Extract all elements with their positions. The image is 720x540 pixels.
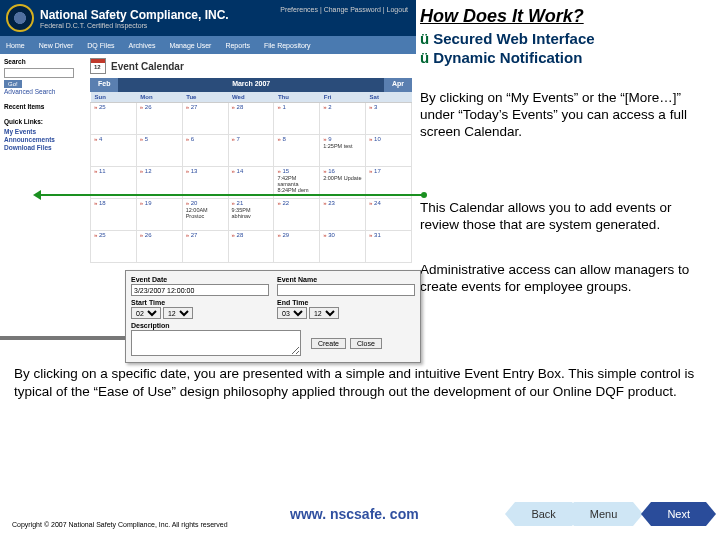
calendar-cell[interactable]: » 29 [274, 231, 320, 263]
header-links[interactable]: Preferences | Change Password | Logout [280, 6, 408, 13]
event-name-input[interactable] [277, 284, 415, 296]
calendar-cell[interactable]: » 3 [366, 103, 412, 135]
seal-icon [6, 4, 34, 32]
calendar-cell[interactable]: » 30 [320, 231, 366, 263]
menu-button[interactable]: Menu [574, 502, 634, 526]
calendar-cell[interactable]: » 7 [228, 135, 274, 167]
pointer-arrow [36, 194, 424, 196]
day-header: Fri [320, 92, 366, 103]
nav-reports[interactable]: Reports [225, 42, 250, 49]
calendar-panel: 12 Event Calendar Feb March 2007 Apr Sun… [90, 58, 412, 263]
bullet-list: üSecured Web Interface üDynamic Notifica… [420, 30, 595, 68]
calendar-cell[interactable]: » 27 [182, 231, 228, 263]
sidebar-item-download-files[interactable]: Download Files [4, 144, 82, 151]
app-header: National Safety Compliance, INC. Federal… [0, 0, 416, 36]
description-label: Description [131, 322, 415, 329]
calendar-cell[interactable]: » 22 [274, 199, 320, 231]
next-month[interactable]: Apr [384, 78, 412, 92]
start-ampm-select[interactable]: 12 [163, 307, 193, 319]
app-navbar: Home New Driver DQ Files Archives Manage… [0, 36, 416, 54]
close-button[interactable]: Close [350, 338, 382, 349]
calendar-cell[interactable]: » 1 [274, 103, 320, 135]
calendar-cell[interactable]: » 27 [182, 103, 228, 135]
month-nav: Feb March 2007 Apr [90, 78, 412, 92]
bullet-1: Secured Web Interface [433, 30, 594, 47]
calendar-cell[interactable]: » 4 [91, 135, 137, 167]
para-3: Administrative access can allow managers… [420, 262, 690, 296]
start-hour-select[interactable]: 02 [131, 307, 161, 319]
check-icon: ü [420, 30, 429, 47]
calendar-cell[interactable]: » 8 [274, 135, 320, 167]
para-1: By clicking on “My Events” or the “[More… [420, 90, 690, 141]
nav-manage-user[interactable]: Manage User [169, 42, 211, 49]
company-name: National Safety Compliance, INC. [40, 8, 229, 22]
start-time-label: Start Time [131, 299, 269, 306]
day-header: Thu [274, 92, 320, 103]
end-time-label: End Time [277, 299, 415, 306]
create-button[interactable]: Create [311, 338, 346, 349]
calendar-cell[interactable]: » 25 [91, 231, 137, 263]
day-header: Wed [228, 92, 274, 103]
description-textarea[interactable] [131, 330, 301, 356]
calendar-cell[interactable]: » 2012:00AM Prostoc [182, 199, 228, 231]
day-header: Sat [366, 92, 412, 103]
slide-title: How Does It Work? [420, 6, 584, 27]
search-title: Search [4, 58, 82, 65]
event-date-input[interactable] [131, 284, 269, 296]
event-date-label: Event Date [131, 276, 269, 283]
calendar-cell[interactable]: » 28 [228, 103, 274, 135]
next-button[interactable]: Next [651, 502, 706, 526]
current-month: March 2007 [118, 78, 383, 92]
end-hour-select[interactable]: 03 [277, 307, 307, 319]
calendar-icon: 12 [90, 58, 106, 74]
calendar-cell[interactable]: » 24 [366, 199, 412, 231]
search-input[interactable] [4, 68, 74, 78]
calendar-cell[interactable]: » 25 [91, 103, 137, 135]
calendar-cell[interactable]: » 26 [136, 103, 182, 135]
check-icon: ü [420, 49, 429, 66]
nav-new-driver[interactable]: New Driver [39, 42, 74, 49]
calendar-title: Event Calendar [111, 61, 184, 72]
sidebar-item-my-events[interactable]: My Events [4, 128, 82, 135]
day-header: Tue [182, 92, 228, 103]
para-2: This Calendar allows you to add events o… [420, 200, 690, 234]
calendar-cell[interactable]: » 91:25PM test [320, 135, 366, 167]
prev-month[interactable]: Feb [90, 78, 118, 92]
calendar-cell[interactable]: » 19 [136, 199, 182, 231]
nav-dq-files[interactable]: DQ Files [87, 42, 114, 49]
day-header: Mon [136, 92, 182, 103]
bullet-2: Dynamic Notification [433, 49, 582, 66]
calendar-cell[interactable]: » 2 [320, 103, 366, 135]
calendar-cell[interactable]: » 10 [366, 135, 412, 167]
website-link[interactable]: www. nscsafe. com [290, 506, 419, 522]
calendar-cell[interactable]: » 23 [320, 199, 366, 231]
calendar-cell[interactable]: » 219:35PM abhinav [228, 199, 274, 231]
company-tagline: Federal D.C.T. Certified Inspectors [40, 22, 229, 29]
slide-nav: Back Menu Next [515, 502, 706, 526]
calendar-cell[interactable]: » 28 [228, 231, 274, 263]
sidebar-item-announcements[interactable]: Announcements [4, 136, 82, 143]
calendar-cell[interactable]: » 31 [366, 231, 412, 263]
event-name-label: Event Name [277, 276, 415, 283]
calendar-grid: SunMonTueWedThuFriSat » 25» 26» 27» 28» … [90, 92, 412, 263]
nav-home[interactable]: Home [6, 42, 25, 49]
recent-items-title: Recent Items [4, 103, 82, 110]
go-button[interactable]: Go! [4, 80, 22, 88]
nav-archives[interactable]: Archives [129, 42, 156, 49]
bottom-paragraph: By clicking on a specific date, you are … [14, 365, 700, 400]
calendar-cell[interactable]: » 6 [182, 135, 228, 167]
end-ampm-select[interactable]: 12 [309, 307, 339, 319]
copyright-text: Copyright © 2007 National Safety Complia… [12, 521, 228, 528]
calendar-cell[interactable]: » 18 [91, 199, 137, 231]
event-entry-box: Event Date Event Name Start Time 02 12 E… [125, 270, 421, 363]
calendar-cell[interactable]: » 5 [136, 135, 182, 167]
calendar-cell[interactable]: » 26 [136, 231, 182, 263]
day-header: Sun [91, 92, 137, 103]
nav-file-repo[interactable]: File Repository [264, 42, 311, 49]
quick-links-title: Quick Links: [4, 118, 82, 125]
advanced-search-link[interactable]: Advanced Search [4, 88, 82, 95]
sidebar: Search Go! Advanced Search Recent Items … [4, 58, 82, 263]
